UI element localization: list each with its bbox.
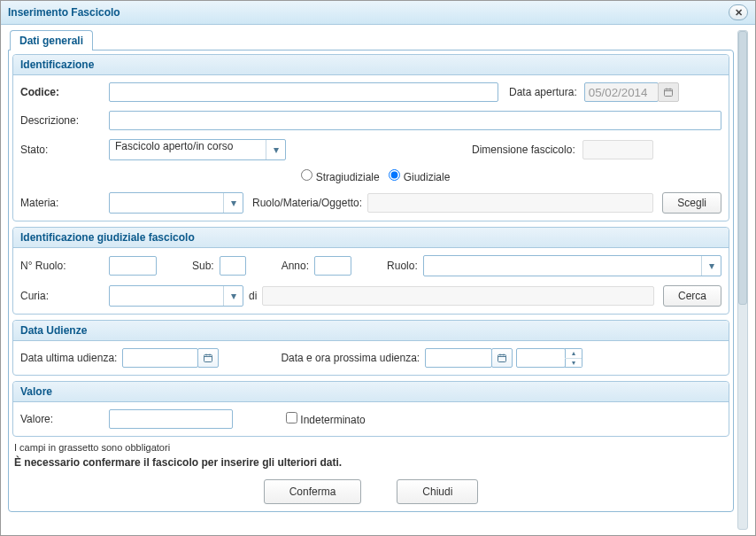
input-descrizione[interactable] — [109, 111, 721, 130]
label-ruolo: Ruolo: — [387, 260, 418, 272]
label-descrizione: Descrizione: — [20, 114, 109, 127]
radio-giudiziale-wrap[interactable]: Giudiziale — [380, 169, 451, 183]
tab-panel-dati-generali: Identificazione Codice: Data apertura: — [8, 50, 734, 512]
footer-actions: Conferma Chiudi — [12, 472, 729, 508]
label-prossima-udienza: Data e ora prossima udienza: — [281, 352, 420, 364]
svg-rect-1 — [204, 355, 212, 362]
label-valore: Valore: — [20, 413, 109, 425]
calendar-icon — [663, 87, 674, 97]
close-button[interactable]: ✕ — [729, 4, 748, 20]
input-data-apertura — [584, 82, 659, 102]
label-nruolo: N° Ruolo: — [20, 260, 109, 272]
input-anno[interactable] — [314, 256, 351, 276]
chevron-down-icon: ▾ — [701, 256, 721, 276]
vertical-scrollbar[interactable] — [737, 30, 748, 530]
note-confirm: È necessario confermare il fascicolo per… — [14, 456, 728, 469]
label-data-apertura: Data apertura: — [509, 86, 577, 98]
checkbox-indeterminato-label: Indeterminato — [300, 414, 365, 426]
dialog-window: Inserimento Fascicolo ✕ Dati generali Id… — [0, 0, 756, 536]
window-title: Inserimento Fascicolo — [8, 6, 120, 19]
fieldset-valore: Valore Valore: Indeterminato — [12, 381, 729, 437]
chevron-down-icon: ▾ — [266, 140, 285, 159]
svg-rect-0 — [664, 89, 672, 97]
input-prossima-udienza-date[interactable] — [425, 348, 492, 368]
label-di: di — [249, 290, 257, 302]
svg-rect-2 — [498, 355, 506, 362]
button-cerca[interactable]: Cerca — [663, 285, 721, 307]
calendar-button-data-apertura[interactable] — [658, 82, 679, 102]
input-sub[interactable] — [220, 256, 246, 276]
fieldset-title-valore: Valore — [13, 382, 729, 402]
button-chiudi[interactable]: Chiudi — [397, 479, 478, 504]
titlebar: Inserimento Fascicolo ✕ — [1, 1, 755, 25]
label-curia: Curia: — [20, 290, 109, 302]
input-codice[interactable] — [109, 82, 498, 102]
radio-stragiudiziale-label: Stragiudiziale — [316, 171, 380, 183]
tab-dati-generali[interactable]: Dati generali — [10, 30, 93, 50]
combo-ruolo-value — [424, 256, 701, 276]
tabstrip: Dati generali — [8, 30, 734, 50]
input-di — [262, 286, 654, 306]
radio-giudiziale[interactable] — [389, 169, 400, 181]
window-body: Dati generali Identificazione Codice: Da… — [1, 25, 755, 535]
calendar-icon — [203, 353, 213, 363]
note-required: I campi in grassetto sono obbligatori — [14, 442, 728, 453]
close-icon: ✕ — [735, 7, 743, 19]
input-prossima-udienza-time[interactable] — [516, 348, 566, 368]
chevron-down-icon: ▾ — [223, 193, 243, 213]
label-rmo: Ruolo/Materia/Oggetto: — [252, 197, 362, 209]
label-stato: Stato: — [20, 144, 109, 156]
chevron-down-icon: ▾ — [223, 286, 243, 306]
combo-curia[interactable]: ▾ — [109, 285, 243, 307]
input-nruolo[interactable] — [109, 256, 157, 276]
combo-ruolo[interactable]: ▾ — [423, 255, 721, 276]
radio-stragiudiziale[interactable] — [301, 169, 312, 181]
content-area: Dati generali Identificazione Codice: Da… — [8, 30, 734, 530]
label-materia: Materia: — [20, 197, 109, 209]
label-codice: Codice: — [20, 86, 109, 98]
checkbox-indeterminato-wrap[interactable]: Indeterminato — [286, 412, 366, 426]
fieldset-data-udienze: Data Udienze Data ultima udienza: Data e… — [12, 320, 729, 376]
calendar-button-ultima[interactable] — [197, 348, 219, 368]
chevron-down-icon: ▾ — [565, 359, 582, 368]
calendar-icon — [497, 353, 507, 363]
time-spinner[interactable]: ▴ ▾ — [565, 348, 582, 368]
combo-curia-value — [110, 286, 223, 306]
combo-stato-value: Fascicolo aperto/in corso — [110, 140, 266, 159]
label-sub: Sub: — [192, 260, 214, 272]
radio-stragiudiziale-wrap[interactable]: Stragiudiziale — [292, 169, 380, 183]
checkbox-indeterminato[interactable] — [286, 412, 297, 423]
fieldset-title-data-udienze: Data Udienze — [13, 321, 729, 341]
combo-materia-value — [110, 193, 223, 213]
calendar-button-prossima[interactable] — [491, 348, 513, 368]
fieldset-identificazione: Identificazione Codice: Data apertura: — [12, 54, 729, 221]
button-scegli[interactable]: Scegli — [662, 192, 721, 214]
input-valore[interactable] — [109, 409, 233, 429]
fieldset-title-identificazione: Identificazione — [13, 55, 729, 75]
label-anno: Anno: — [282, 260, 309, 272]
fieldset-identificazione-giudiziale: Identificazione giudiziale fascicolo N° … — [12, 227, 729, 315]
button-conferma[interactable]: Conferma — [264, 479, 362, 504]
combo-materia[interactable]: ▾ — [109, 192, 243, 214]
input-dimensione — [582, 140, 653, 159]
fieldset-title-identificazione-giudiziale: Identificazione giudiziale fascicolo — [13, 228, 729, 248]
chevron-up-icon: ▴ — [565, 349, 582, 359]
radio-giudiziale-label: Giudiziale — [404, 171, 451, 183]
label-dimensione: Dimensione fascicolo: — [472, 144, 575, 156]
input-rmo — [367, 193, 653, 213]
input-ultima-udienza[interactable] — [122, 348, 198, 368]
scrollbar-thumb[interactable] — [738, 31, 747, 305]
combo-stato[interactable]: Fascicolo aperto/in corso ▾ — [109, 139, 286, 160]
label-ultima-udienza: Data ultima udienza: — [20, 352, 117, 364]
